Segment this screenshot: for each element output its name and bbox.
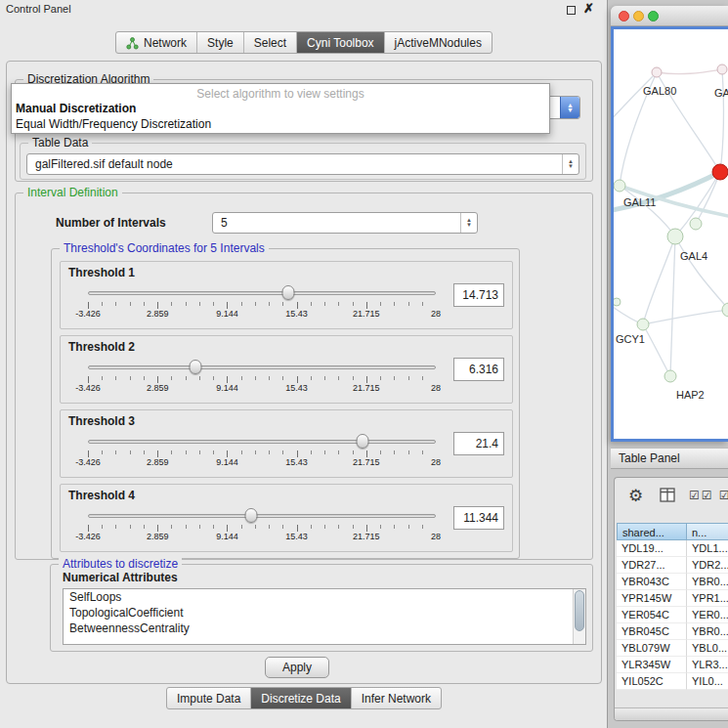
table-row[interactable]: YDR27... YDR2... — [617, 557, 728, 574]
float-window-icon[interactable] — [567, 6, 576, 15]
slider-thumb[interactable] — [190, 360, 202, 374]
cell[interactable]: YBR045C — [617, 623, 687, 640]
threshold-3-value-field[interactable]: 21.4 — [453, 432, 504, 455]
tick-label: 9.144 — [216, 532, 238, 541]
slider-thumb[interactable] — [245, 508, 258, 523]
network-node[interactable] — [614, 298, 621, 306]
algorithm-placeholder-option[interactable]: Select algorithm to view settings — [12, 84, 549, 101]
threshold-1-slider[interactable] — [88, 285, 436, 301]
table-row[interactable]: YDL19... YDL1... — [617, 540, 728, 557]
slider-track[interactable] — [88, 440, 436, 444]
number-of-intervals-select[interactable]: 5 ▲▼ — [212, 212, 478, 234]
slider-track[interactable] — [88, 514, 436, 518]
tab-style[interactable]: Style — [196, 32, 243, 53]
tick-label: 28 — [431, 457, 441, 467]
cell[interactable]: YER054C — [617, 607, 687, 623]
cell[interactable]: YER0... — [687, 607, 728, 623]
column-header-shared[interactable]: shared... — [617, 523, 687, 540]
node-label: GAL80 — [643, 85, 676, 97]
tab-jactivemodules-label: jActiveMNodules — [395, 36, 482, 50]
close-traffic-light-icon[interactable] — [619, 11, 629, 21]
slider-track[interactable] — [88, 365, 436, 369]
network-window-titlebar[interactable] — [611, 6, 728, 26]
network-node[interactable] — [717, 64, 727, 74]
threshold-4-value-field[interactable]: 11.344 — [453, 506, 504, 530]
node-label: HAP2 — [676, 389, 705, 401]
minimize-traffic-light-icon[interactable] — [633, 11, 644, 21]
threshold-2-slider[interactable] — [88, 360, 436, 375]
column-checkboxes-icon[interactable]: ☑☑ ☑ — [689, 489, 728, 502]
tab-jactivemodules[interactable]: jActiveMNodules — [384, 32, 492, 53]
threshold-1-value-field[interactable]: 14.713 — [453, 283, 504, 307]
cell[interactable]: YBL0... — [687, 640, 728, 657]
tick-label: 28 — [431, 383, 441, 393]
tab-discretize-data[interactable]: Discretize Data — [250, 688, 350, 708]
tick-label: 15.43 — [285, 383, 308, 393]
algorithm-option-manual[interactable]: Manual Discretization — [12, 101, 549, 116]
list-item[interactable]: TopologicalCoefficient — [64, 605, 585, 621]
cell[interactable]: YIL052C — [617, 673, 687, 690]
tab-cyni-toolbox[interactable]: Cyni Toolbox — [296, 32, 383, 53]
network-node[interactable] — [664, 370, 676, 382]
network-node-selected[interactable] — [712, 164, 728, 180]
network-node[interactable] — [637, 319, 649, 330]
cell[interactable]: YBL079W — [617, 640, 687, 657]
tab-select[interactable]: Select — [243, 32, 296, 53]
table-row[interactable]: YBR043C YBR0... — [617, 574, 728, 590]
cell[interactable]: YBR0... — [687, 623, 728, 640]
tick-label: 2.859 — [147, 532, 169, 541]
table-row[interactable]: YER054C YER0... — [617, 607, 728, 623]
list-item[interactable]: BetweennessCentrality — [64, 621, 585, 636]
threshold-2-value-field[interactable]: 6.316 — [453, 358, 504, 381]
cell[interactable]: YLR345W — [617, 657, 687, 673]
network-node[interactable] — [652, 67, 662, 77]
algorithm-option-equal-width[interactable]: Equal Width/Frequency Discretization — [12, 116, 549, 132]
table-row[interactable]: YBL079W YBL0... — [617, 640, 728, 657]
network-node[interactable] — [614, 180, 625, 192]
network-canvas[interactable]: GAL80 GA GAL11 GAL4 GCY1 HAP2 — [611, 26, 728, 442]
cell[interactable]: YBR043C — [617, 574, 687, 590]
slider-thumb[interactable] — [357, 434, 369, 449]
cell[interactable]: YDL1... — [687, 540, 728, 557]
threshold-3-slider[interactable] — [88, 434, 436, 450]
tab-cyni-toolbox-label: Cyni Toolbox — [307, 36, 373, 50]
list-scrollbar[interactable] — [573, 589, 585, 644]
table-row[interactable]: YIL052C YIL0... — [617, 673, 728, 690]
cell[interactable]: YPR1... — [687, 590, 728, 607]
table-row[interactable]: YPR145W YPR1... — [617, 590, 728, 607]
slider-thumb[interactable] — [282, 285, 295, 300]
cell[interactable]: YIL0... — [687, 673, 728, 690]
slider-track[interactable] — [88, 291, 436, 295]
cell[interactable]: YPR145W — [617, 590, 687, 607]
list-item[interactable]: SelfLoops — [64, 589, 585, 605]
scrollbar-thumb[interactable] — [575, 590, 584, 631]
columns-icon[interactable] — [660, 488, 675, 502]
cell[interactable]: YBR0... — [687, 574, 728, 590]
apply-button[interactable]: Apply — [265, 657, 329, 678]
cell[interactable]: YDR2... — [687, 557, 728, 574]
chevron-up-down-icon[interactable]: ▲▼ — [562, 154, 578, 174]
tick-label: 2.859 — [147, 309, 169, 319]
cell[interactable]: YDR27... — [617, 557, 687, 574]
table-horizontal-scrollbar[interactable] — [615, 707, 728, 720]
tab-impute-data[interactable]: Impute Data — [167, 688, 250, 708]
threshold-1-panel: Threshold 1 -3.426 2.859 9.144 15.43 — [60, 261, 513, 329]
combo-stepper-icon[interactable]: ▲▼ — [560, 97, 579, 118]
zoom-traffic-light-icon[interactable] — [648, 11, 659, 21]
network-node[interactable] — [690, 218, 702, 230]
gear-icon[interactable]: ⚙ — [628, 486, 643, 506]
table-row[interactable]: YBR045C YBR0... — [617, 623, 728, 640]
table-row[interactable]: YLR345W YLR3... — [617, 657, 728, 673]
network-node[interactable] — [667, 229, 683, 244]
threshold-4-slider[interactable] — [88, 508, 436, 524]
column-header-name[interactable]: n... — [687, 523, 728, 540]
tab-network[interactable]: Network — [116, 32, 196, 53]
chevron-up-down-icon[interactable]: ▲▼ — [460, 213, 477, 233]
close-icon[interactable]: ✗ — [583, 1, 594, 16]
network-node[interactable] — [722, 303, 728, 317]
cell[interactable]: YLR3... — [687, 657, 728, 673]
tab-infer-network[interactable]: Infer Network — [351, 688, 441, 708]
tick-label: 21.715 — [353, 532, 380, 541]
cell[interactable]: YDL19... — [617, 540, 687, 557]
table-data-select[interactable]: galFiltered.sif default node ▲▼ — [26, 153, 579, 175]
